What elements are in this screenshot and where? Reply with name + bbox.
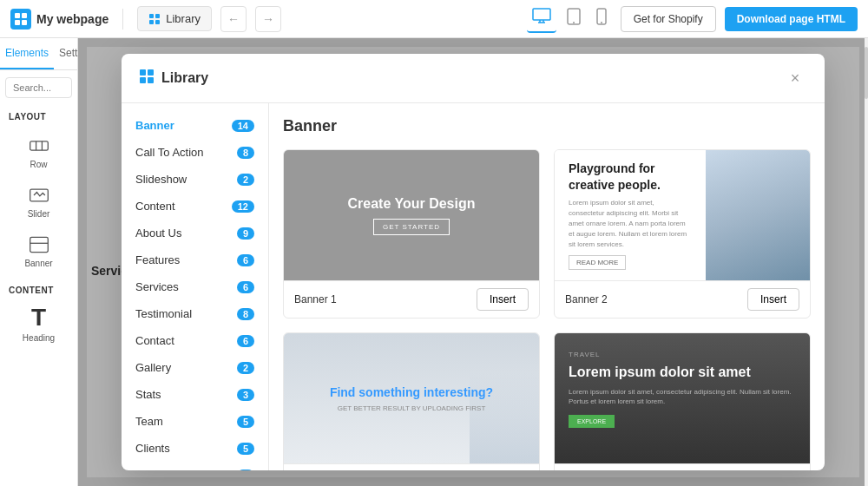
banner-1-name: Banner 1 [294,293,337,305]
view-buttons [527,4,612,33]
svg-point-15 [601,22,602,23]
nav-item-stats[interactable]: Stats3 [122,381,268,408]
nav-item-label: Trust [135,469,161,470]
library-label: Library [166,12,201,25]
sidebar-item-banner[interactable]: Banner [5,227,72,275]
nav-item-label: Banner [135,119,174,132]
nav-item-label: Testimonial [135,307,192,320]
sidebar-item-heading[interactable]: T Heading [5,299,72,350]
nav-item-label: Call To Action [135,146,204,159]
banner-2-desc: Lorem ipsum dolor sit amet, consectetur … [569,198,692,250]
sidebar-item-row[interactable]: Row [5,128,72,176]
banner-card-4: TRAVEL Lorem ipsum dolor sit amet Lorem … [554,332,811,470]
brand-icon [10,9,31,30]
nav-item-about-us[interactable]: About Us9 [122,220,268,246]
svg-rect-1 [22,13,27,18]
nav-item-label: Clients [135,442,170,455]
banner-2-insert-button[interactable]: Insert [747,288,799,311]
svg-rect-0 [15,13,20,18]
nav-item-team[interactable]: Team5 [122,408,268,435]
banner-card-1: Create Your Design GET STARTED Banner 1 … [283,149,540,319]
desktop-icon [532,8,551,23]
svg-rect-7 [155,20,160,24]
modal-close-button[interactable]: × [783,66,807,90]
nav-badge: 9 [237,227,254,240]
mobile-view-button[interactable] [591,4,612,33]
banner-4-title: Lorem ipsum dolor sit amet [569,364,751,382]
banner-2-link: READ MORE [569,255,626,270]
banner-3-bg: Find something interesting? GET BETTER R… [284,333,539,463]
modal-header: Library × [122,54,825,103]
desktop-view-button[interactable] [527,4,556,33]
svg-rect-20 [30,237,48,252]
svg-rect-24 [140,77,146,83]
modal-content: Banner Create Your Design GET STARTED [269,103,825,470]
brand-name: My webpage [36,12,108,26]
mobile-icon [596,8,607,25]
page-area: Services Library × Banner14Call [78,38,868,486]
nav-item-gallery[interactable]: Gallery2 [122,354,268,381]
banner-2-preview: Playground for creative people. Lorem ip… [555,150,810,280]
nav-item-slideshow[interactable]: Slideshow2 [122,166,268,193]
nav-badge: 8 [237,147,254,159]
banner-1-cta: GET STARTED [373,219,450,235]
nav-badge: 3 [237,389,254,401]
svg-rect-4 [149,14,154,18]
sidebar-item-slider[interactable]: Slider [5,178,72,226]
get-shopify-button[interactable]: Get for Shopify [621,6,716,32]
banner-4-desc: Lorem ipsum dolor sit amet, consectetur … [569,387,796,406]
banner-2-heading: Playground for creative people. [569,161,692,192]
slider-label: Slider [28,209,50,219]
banner-card-2: Playground for creative people. Lorem ip… [554,149,811,319]
banner-grid: Create Your Design GET STARTED Banner 1 … [283,149,811,470]
banner-3-footer: Banner 3 Insert [284,463,539,470]
download-button[interactable]: Download page HTML [725,7,858,31]
svg-rect-16 [30,141,48,150]
nav-badge: 5 [237,443,254,455]
left-sidebar: Elements Settings LAYOUT Row Slider Bann… [0,38,78,486]
nav-badge: 12 [232,200,254,213]
library-modal: Library × Banner14Call To Action8Slidesh… [122,54,825,470]
nav-item-banner[interactable]: Banner14 [122,112,268,139]
nav-item-trust[interactable]: Trust2 [122,462,268,470]
banner-1-title: Create Your Design [347,196,475,212]
nav-badge: 8 [237,308,254,320]
main-layout: Elements Settings LAYOUT Row Slider Bann… [0,38,868,486]
banner-3-sub: GET BETTER RESULT BY UPLOADING FIRST [338,404,486,412]
banner-3-title: Find something interesting? [330,385,493,399]
banner-4-btn: EXPLORE [569,415,615,428]
sidebar-tabs: Elements Settings [0,38,77,70]
modal-body: Banner14Call To Action8Slideshow2Content… [122,103,825,470]
nav-item-label: Gallery [135,361,171,374]
nav-item-testimonial[interactable]: Testimonial8 [122,300,268,327]
nav-item-label: Features [135,253,180,266]
nav-badge: 6 [237,281,254,293]
banner-2-text: Playground for creative people. Lorem ip… [555,150,706,280]
nav-item-features[interactable]: Features6 [122,246,268,273]
redo-button[interactable]: → [255,6,281,32]
nav-item-content[interactable]: Content12 [122,193,268,220]
banner-4-preview: TRAVEL Lorem ipsum dolor sit amet Lorem … [555,333,810,463]
nav-badge: 5 [237,416,254,428]
nav-item-clients[interactable]: Clients5 [122,435,268,462]
banner-2-people [706,150,810,280]
nav-item-services[interactable]: Services6 [122,273,268,300]
tablet-view-button[interactable] [562,4,586,33]
banner-label: Banner [24,259,52,268]
tab-elements[interactable]: Elements [0,38,54,69]
brand: My webpage [10,9,108,30]
banner-2-footer: Banner 2 Insert [555,280,810,318]
search-input[interactable] [5,77,72,98]
modal-title: Library [161,70,776,86]
nav-item-call-to-action[interactable]: Call To Action8 [122,139,268,166]
nav-item-label: Stats [135,388,161,401]
library-button[interactable]: Library [137,6,212,31]
nav-item-contact[interactable]: Contact6 [122,327,268,354]
top-bar: My webpage Library ← → Get for Shopify D… [0,0,868,38]
banner-icon [29,234,49,255]
banner-4-bg: TRAVEL Lorem ipsum dolor sit amet Lorem … [555,333,810,463]
banner-1-insert-button[interactable]: Insert [477,288,529,311]
undo-button[interactable]: ← [220,6,247,32]
banner-2-bg: Playground for creative people. Lorem ip… [555,150,810,280]
modal-grid-icon [139,69,155,89]
